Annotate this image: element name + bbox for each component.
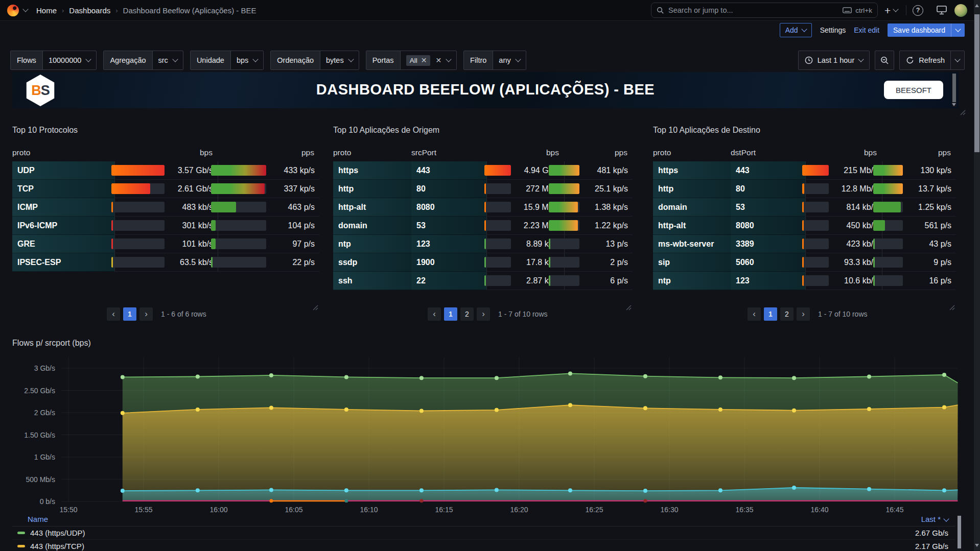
svg-text:500 Mb/s: 500 Mb/s <box>26 475 55 484</box>
page-scrollbar[interactable] <box>974 0 980 551</box>
svg-text:16:25: 16:25 <box>585 506 603 514</box>
svg-text:1 Gb/s: 1 Gb/s <box>34 453 55 461</box>
svg-text:3 Gb/s: 3 Gb/s <box>34 364 55 372</box>
svg-text:15:50: 15:50 <box>59 506 77 514</box>
legend-name-header[interactable]: Name <box>28 515 48 523</box>
svg-text:16:30: 16:30 <box>660 506 678 514</box>
svg-text:16:10: 16:10 <box>360 506 378 514</box>
scroll-down-icon <box>975 544 979 547</box>
legend-row[interactable]: 443 (https/TCP)2.17 Gb/s <box>12 540 955 551</box>
svg-text:2 Gb/s: 2 Gb/s <box>34 409 55 417</box>
chart-legend: Name Last * 443 (https/UDP)2.67 Gb/s443 … <box>12 514 955 551</box>
page-scrollbar-thumb[interactable] <box>974 14 979 152</box>
legend-label[interactable]: 443 (https/UDP) <box>30 529 85 537</box>
svg-text:15:55: 15:55 <box>134 506 152 514</box>
svg-text:1.50 Gb/s: 1.50 Gb/s <box>24 431 55 439</box>
svg-text:16:05: 16:05 <box>285 506 302 514</box>
svg-text:2.50 Gb/s: 2.50 Gb/s <box>24 387 55 395</box>
svg-text:16:20: 16:20 <box>510 506 528 514</box>
svg-text:0 b/s: 0 b/s <box>40 497 55 506</box>
legend-swatch[interactable] <box>17 532 25 534</box>
grafana-dashboard-app: Home › Dashboards › Dashboard Beeflow (A… <box>0 0 980 551</box>
legend-swatch[interactable] <box>17 545 25 547</box>
svg-text:16:15: 16:15 <box>435 506 453 514</box>
legend-last-header[interactable]: Last * <box>921 515 948 523</box>
legend-last-value: 2.17 Gb/s <box>915 542 948 550</box>
svg-text:16:35: 16:35 <box>735 506 753 514</box>
legend-scrollbar[interactable] <box>957 515 962 551</box>
svg-text:16:00: 16:00 <box>209 506 227 514</box>
legend-last-value: 2.67 Gb/s <box>915 529 948 537</box>
svg-text:16:45: 16:45 <box>885 506 903 514</box>
svg-text:16:40: 16:40 <box>810 506 828 514</box>
scroll-up-icon <box>975 4 979 7</box>
legend-label[interactable]: 443 (https/TCP) <box>30 542 84 550</box>
legend-row[interactable]: 443 (https/UDP)2.67 Gb/s <box>12 526 955 540</box>
flows-srcport-chart[interactable]: 0 b/s500 Mb/s1 Gb/s1.50 Gb/s2 Gb/s2.50 G… <box>0 0 980 551</box>
